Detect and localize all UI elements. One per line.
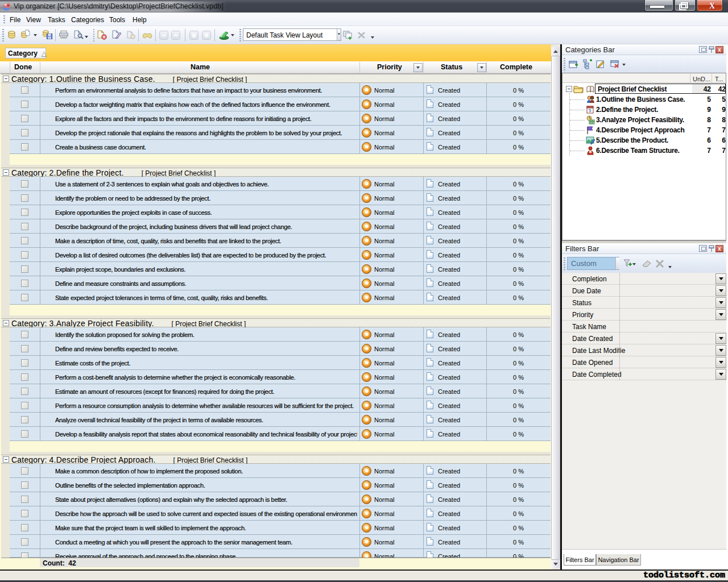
svg-text:5: 5 xyxy=(589,108,592,113)
